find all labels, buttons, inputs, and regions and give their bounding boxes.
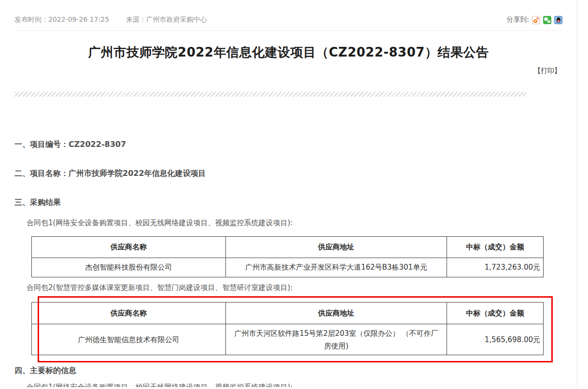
col-header-supplier-name: 供应商名称 <box>32 303 226 324</box>
publish-time: 发布时间：2022-09-26 17:25 <box>14 15 109 24</box>
supplier-name-cell: 广州德生智能信息技术有限公司 <box>32 324 226 355</box>
page-title: 广州市技师学院2022年信息化建设项目（CZ2022-8307）结果公告 <box>0 43 577 61</box>
qq-icon[interactable] <box>554 16 562 24</box>
package1-intro: 合同包1(网络安全设备购置项目、校园无线网络建设项目、视频监控系统建设项目): <box>27 218 577 228</box>
section-project-number: 一、项目编号：CZ2022-8307 <box>14 140 577 148</box>
announcement-page: 发布时间：2022-09-26 17:25 来源：广州市政府采购中心 分享到: … <box>0 0 577 389</box>
meta-info: 发布时间：2022-09-26 17:25 来源：广州市政府采购中心 <box>14 15 207 24</box>
award-amount-cell: 1,723,263.00元 <box>447 258 544 277</box>
share-bar: 分享到: <box>506 15 562 24</box>
share-label: 分享到: <box>506 15 529 24</box>
package2-highlighted-area: 供应商名称 供应商地址 中标（成交）金额 广州德生智能信息技术有限公司 广州市天… <box>0 302 577 355</box>
section-project-name: 二、项目名称：广州市技师学院2022年信息化建设项目 <box>14 169 577 177</box>
qq-scarf-shape <box>557 20 560 21</box>
table-row: 广州德生智能信息技术有限公司 广州市天河区软件路15号第2层203室（仅限办公）… <box>32 324 544 355</box>
weibo-spark-shape <box>537 17 539 19</box>
clipped-bottom-line: 合同包1(网络安全设备购置项目、校园无线网络建设项目、视频监控系统建设项目): <box>14 382 577 387</box>
supplier-address-cell: 广州市高新技术产业开发区科学大道162号B3栋301单元 <box>226 258 447 277</box>
table-header-row: 供应商名称 供应商地址 中标（成交）金额 <box>32 303 544 324</box>
package1-intro-repeat: 合同包1(网络安全设备购置项目、校园无线网络建设项目、视频监控系统建设项目): <box>27 382 577 387</box>
section-procurement-result: 三、采购结果 <box>14 198 577 206</box>
table-header-row: 供应商名称 供应商地址 中标（成交）金额 <box>32 237 544 258</box>
col-header-supplier-address: 供应商地址 <box>226 303 447 324</box>
package1-result-table: 供应商名称 供应商地址 中标（成交）金额 杰创智能科技股份有限公司 广州市高新技… <box>31 236 544 277</box>
supplier-address-cell: 广州市天河区软件路15号第2层203室（仅限办公） （不可作厂房使用) <box>226 324 447 355</box>
col-header-award-amount: 中标（成交）金额 <box>447 237 544 258</box>
source: 来源：广州市政府采购中心 <box>126 15 207 24</box>
section-main-subject-info: 四、主要标的信息 <box>14 366 577 375</box>
wechat-bubble-shape <box>544 17 548 21</box>
col-header-supplier-address: 供应商地址 <box>226 237 447 258</box>
col-header-award-amount: 中标（成交）金额 <box>447 303 544 324</box>
package2-result-table: 供应商名称 供应商地址 中标（成交）金额 广州德生智能信息技术有限公司 广州市天… <box>31 302 544 355</box>
wechat-bubble-small-shape <box>547 20 550 23</box>
package2-intro: 合同包2(智慧管控多媒体课室更新项目、智慧门岗建设项目、智慧研讨室建设项目): <box>27 283 577 293</box>
weibo-eye-shape <box>533 19 537 23</box>
col-header-supplier-name: 供应商名称 <box>32 237 226 258</box>
print-row: 【打印】 <box>0 66 577 75</box>
meta-bar: 发布时间：2022-09-26 17:25 来源：广州市政府采购中心 分享到: <box>14 0 562 31</box>
print-button[interactable]: 【打印】 <box>534 67 561 74</box>
award-amount-cell: 1,565,698.00元 <box>447 324 544 355</box>
hatched-divider <box>14 92 526 97</box>
table-row: 杰创智能科技股份有限公司 广州市高新技术产业开发区科学大道162号B3栋301单… <box>32 258 544 277</box>
wechat-icon[interactable] <box>543 16 551 24</box>
supplier-name-cell: 杰创智能科技股份有限公司 <box>32 258 226 277</box>
weibo-icon[interactable] <box>532 16 540 24</box>
